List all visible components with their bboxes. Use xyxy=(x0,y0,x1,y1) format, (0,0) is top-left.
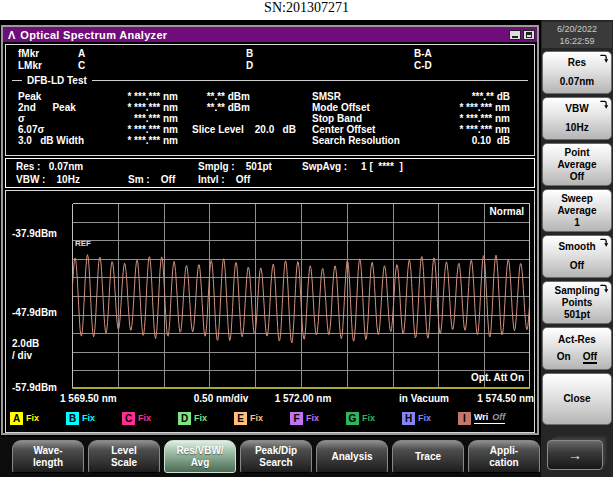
trace-status-bar: AFixBFixCFixDFixEFixFFixGFixHFixIWriOff xyxy=(6,411,534,427)
trace-h-chip[interactable]: HFix xyxy=(402,411,431,425)
trace-mode-label: Fix xyxy=(362,413,375,423)
readout-value: ***.*** nm xyxy=(90,113,178,124)
softkey-sampling-points[interactable]: SamplingPoints501pt xyxy=(542,281,612,324)
y-axis-label-bottom: -57.9dBm xyxy=(12,382,57,393)
softkey-label: Sweep xyxy=(561,193,593,205)
readout-label: Center Offset xyxy=(312,124,375,135)
softkey-sweep-average[interactable]: SweepAverage1 xyxy=(542,189,612,232)
menu-analysis[interactable]: Analysis xyxy=(316,440,388,473)
trace-mode-label: Fix xyxy=(26,413,39,423)
recall-arrow-icon xyxy=(599,100,608,109)
menu-label: Analysis xyxy=(331,451,372,463)
ref-level-label: REF xyxy=(75,239,91,248)
marker-cell: C-D xyxy=(414,60,432,71)
softkey-toggle: OnOff xyxy=(557,351,597,364)
menu-trace[interactable]: Trace xyxy=(392,440,464,473)
softkey-label: Smooth xyxy=(558,241,595,253)
softkey-point-average[interactable]: PointAverageOff xyxy=(542,143,612,186)
trace-letter: F xyxy=(290,412,303,425)
trace-mode-label: Fix xyxy=(250,413,263,423)
softkey-label: Close xyxy=(563,393,590,405)
analysis-section-separator: DFB-LD Test xyxy=(12,74,528,86)
menu-res-vbw-avg[interactable]: Res/VBW/Avg xyxy=(164,440,236,473)
trace-letter: G xyxy=(346,412,359,425)
menu-label: Wave- xyxy=(33,445,62,457)
softkey-label: VBW xyxy=(565,103,588,115)
softkey-label: Res xyxy=(568,57,586,69)
softkey-label: Average xyxy=(557,159,596,171)
softkey-label: Sampling xyxy=(554,285,599,297)
readout-value: * ***.*** nm xyxy=(410,102,510,113)
trace-mode-label: Fix xyxy=(138,413,151,423)
menu-level-scale[interactable]: LevelScale xyxy=(88,440,160,473)
recall-arrow-icon xyxy=(599,238,608,247)
trace-b-chip[interactable]: BFix xyxy=(66,411,95,425)
x-axis-stop-label: 1 574.50 nm xyxy=(442,393,534,404)
menu-label: length xyxy=(33,457,63,469)
marker-cell: D xyxy=(246,60,253,71)
time-label: 16:22:59 xyxy=(542,35,612,47)
minimize-button[interactable] xyxy=(509,30,521,40)
status-row: VBW : 10HzSm : OffIntvl : Off xyxy=(6,174,534,187)
trace-letter: A xyxy=(10,412,23,425)
softkey-act-res[interactable]: Act-ResOnOff xyxy=(542,327,612,370)
trace-a-chip[interactable]: AFix xyxy=(10,411,39,425)
readout-label: Search Resolution xyxy=(312,135,400,146)
maximize-button[interactable] xyxy=(523,30,535,40)
osa-window: Λ Optical Spectrum Analyzer fMkrABB-ALMk… xyxy=(1,25,539,435)
maximize-icon xyxy=(526,32,532,38)
serial-number: SN:201307271 xyxy=(0,0,613,20)
softkey-list: Res0.07nmVBW10HzPointAverageOffSweepAver… xyxy=(542,51,612,428)
readout-label: SMSR xyxy=(312,91,341,102)
trace-f-chip[interactable]: FFix xyxy=(290,411,319,425)
trace-g-chip[interactable]: GFix xyxy=(346,411,375,425)
menu-wavelength[interactable]: Wave-length xyxy=(12,440,84,473)
readout-label: Peak xyxy=(18,91,41,102)
readout-label: 6.07σ xyxy=(18,124,44,135)
menu-label: cation xyxy=(489,457,518,469)
softkey-smooth[interactable]: SmoothOff xyxy=(542,235,612,278)
marker-row: LMkrCDC-D xyxy=(6,60,534,72)
y-axis-label-top: -37.9dBm xyxy=(12,228,57,239)
menu-label: Avg xyxy=(191,457,210,469)
softkey-vbw[interactable]: VBW10Hz xyxy=(542,97,612,140)
readout-value: **.** dBm xyxy=(156,91,250,102)
status-sm: Sm : Off xyxy=(128,174,175,185)
menu-label: Appli- xyxy=(490,445,518,457)
menu-application[interactable]: Appli-cation xyxy=(468,440,540,473)
trace-c-chip[interactable]: CFix xyxy=(122,411,151,425)
datetime-display: 6/20/2022 16:22:59 xyxy=(542,22,612,48)
trace-mode-label: Wri xyxy=(474,412,488,422)
softkey-label: Point xyxy=(565,147,590,159)
anritsu-logo-icon: Λ xyxy=(8,29,15,41)
trace-i-chip[interactable]: IWriOff xyxy=(458,411,505,425)
softkey-close[interactable]: Close xyxy=(542,373,612,425)
softkey-option-off[interactable]: Off xyxy=(583,351,597,364)
readout-row: 6.07σ* ***.*** nmSlice Level 20.0 dBCent… xyxy=(6,124,534,135)
status-intvl: Intvl : Off xyxy=(198,174,250,185)
date-label: 6/20/2022 xyxy=(542,23,612,35)
marker-cell: C xyxy=(78,60,85,71)
readout-row: Peak* ***.*** nm**.** dBmSMSR***.** dB xyxy=(6,91,534,102)
trace-d-chip[interactable]: DFix xyxy=(178,411,207,425)
readout-value: **.** dBm xyxy=(156,102,250,113)
trace-mode-label: Fix xyxy=(306,413,319,423)
menu-label: Search xyxy=(259,457,292,469)
trace-mode-label: Fix xyxy=(82,413,95,423)
y-axis-scale-unit: / div xyxy=(12,350,32,361)
menu-peak-dip-search[interactable]: Peak/DipSearch xyxy=(240,440,312,473)
spectrum-plot xyxy=(72,203,530,389)
recall-arrow-icon xyxy=(599,284,608,293)
softkey-option-on[interactable]: On xyxy=(557,351,571,364)
marker-cell: LMkr xyxy=(18,60,42,71)
softkey-label: Act-Res xyxy=(558,334,596,346)
menu-label: Peak/Dip xyxy=(255,445,297,457)
trace-letter: C xyxy=(122,412,135,425)
trace-e-chip[interactable]: EFix xyxy=(234,411,263,425)
marker-cell: B-A xyxy=(414,48,432,59)
title-bar: Λ Optical Spectrum Analyzer xyxy=(3,27,537,42)
softkey-res[interactable]: Res0.07nm xyxy=(542,51,612,94)
trace-mode: WriOff xyxy=(474,412,505,424)
more-softkeys-button[interactable]: → xyxy=(547,440,603,470)
softkey-label: Points xyxy=(562,297,593,309)
